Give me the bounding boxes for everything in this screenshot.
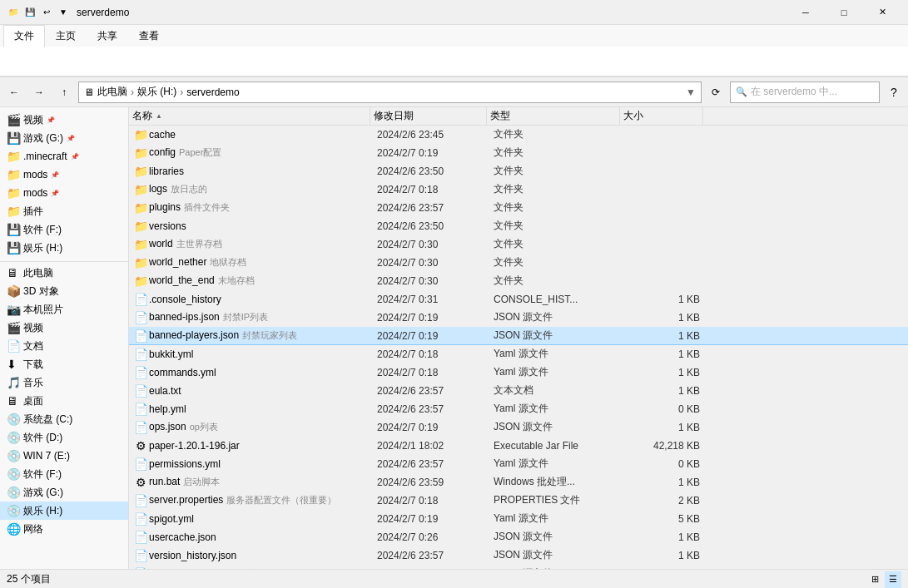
- sidebar-item-3d[interactable]: 📦 3D 对象: [0, 282, 128, 300]
- table-row[interactable]: 📄banned-players.json封禁玩家列表2024/2/7 0:19J…: [129, 327, 908, 345]
- sidebar-item-music[interactable]: 🎵 音乐: [0, 373, 128, 392]
- file-name: world主世界存档: [149, 238, 374, 250]
- minimize-button[interactable]: ─: [786, 0, 825, 25]
- table-row[interactable]: 📄commands.yml2024/2/7 0:18Yaml 源文件1 KB: [129, 363, 908, 382]
- folder-icon-mods1: 📁: [7, 168, 20, 181]
- table-row[interactable]: 📁versions2024/2/6 23:50文件夹: [129, 217, 908, 235]
- col-header-size[interactable]: 大小: [620, 107, 703, 125]
- sidebar-item-soft-d[interactable]: 💿 软件 (D:): [0, 428, 128, 447]
- breadcrumb-part-2[interactable]: serverdemo: [186, 86, 239, 98]
- help-button[interactable]: ?: [883, 82, 905, 103]
- sidebar-item-downloads[interactable]: ⬇ 下载: [0, 355, 128, 373]
- table-row[interactable]: 📁world主世界存档2024/2/7 0:30文件夹: [129, 235, 908, 254]
- file-date: 2024/2/6 23:50: [374, 220, 490, 232]
- file-icon: 📄: [132, 311, 149, 324]
- tab-file[interactable]: 文件: [3, 25, 45, 47]
- file-type: JSON 源文件: [490, 329, 623, 343]
- table-row[interactable]: 📁plugins插件文件夹2024/2/6 23:57文件夹: [129, 199, 908, 217]
- file-size: 5 KB: [623, 513, 707, 525]
- sidebar-item-sys-c[interactable]: 💿 系统盘 (C:): [0, 410, 128, 428]
- col-header-type[interactable]: 类型: [487, 107, 620, 125]
- breadcrumb-part-1[interactable]: 娱乐 (H:): [137, 85, 176, 99]
- tab-share[interactable]: 共享: [87, 25, 128, 47]
- sidebar-item-mods2[interactable]: 📁 mods 📌: [0, 184, 128, 202]
- tab-view[interactable]: 查看: [128, 25, 170, 47]
- table-row[interactable]: 📄server.properties服务器配置文件（很重要）2024/2/7 0…: [129, 492, 908, 510]
- tab-home[interactable]: 主页: [45, 25, 87, 47]
- sidebar-item-this-pc[interactable]: 🖥 此电脑: [0, 264, 128, 282]
- refresh-button[interactable]: ⟳: [705, 82, 727, 103]
- sidebar-item-ent-h-quick[interactable]: 💾 娱乐 (H:): [0, 239, 128, 257]
- view-large-icon[interactable]: ⊞: [866, 571, 883, 588]
- breadcrumb-part-0[interactable]: 此电脑: [97, 85, 127, 99]
- up-button[interactable]: ↑: [53, 82, 75, 103]
- file-date: 2024/2/6 23:57: [374, 385, 490, 397]
- file-name: paper-1.20.1-196.jar: [149, 440, 374, 452]
- sidebar-item-desktop[interactable]: 🖥 桌面: [0, 392, 128, 410]
- sidebar-item-soft-f[interactable]: 💾 软件 (F:): [0, 220, 128, 239]
- quick-access-undo[interactable]: ↩: [40, 6, 53, 19]
- search-box[interactable]: 🔍 在 serverdemo 中...: [730, 82, 880, 103]
- file-size: 1 KB: [623, 550, 707, 561]
- file-type: 文件夹: [490, 274, 623, 288]
- sidebar-item-win7-e[interactable]: 💿 WIN 7 (E:): [0, 447, 128, 465]
- file-date: 2024/2/7 0:19: [374, 422, 490, 433]
- sidebar-item-videos2[interactable]: 🎬 视频: [0, 319, 128, 337]
- table-row[interactable]: 📄usercache.json2024/2/7 0:26JSON 源文件1 KB: [129, 528, 908, 546]
- maximize-button[interactable]: □: [825, 0, 863, 25]
- sidebar-label-downloads: 下载: [23, 358, 43, 372]
- sidebar-item-plugins[interactable]: 📁 插件: [0, 202, 128, 220]
- table-row[interactable]: 📄eula.txt2024/2/6 23:57文本文档1 KB: [129, 382, 908, 400]
- file-annotation: 主世界存档: [176, 239, 222, 249]
- table-row[interactable]: 📁libraries2024/2/6 23:50文件夹: [129, 162, 908, 180]
- table-row[interactable]: 📄whitelist.json白名单列表2024/2/6 23:57JSON 源…: [129, 565, 908, 569]
- table-row[interactable]: 📄spigot.yml2024/2/7 0:19Yaml 源文件5 KB: [129, 510, 908, 528]
- breadcrumb[interactable]: 🖥 此电脑 › 娱乐 (H:) › serverdemo ▼: [78, 82, 702, 103]
- table-row[interactable]: 📁world_the_end末地存档2024/2/7 0:30文件夹: [129, 272, 908, 290]
- col-date-label: 修改日期: [374, 109, 414, 123]
- table-row[interactable]: 📄version_history.json2024/2/6 23:57JSON …: [129, 546, 908, 565]
- sidebar-item-minecraft[interactable]: 📁 .minecraft 📌: [0, 147, 128, 166]
- col-header-date[interactable]: 修改日期: [370, 107, 487, 125]
- file-size: 1 KB: [623, 385, 707, 397]
- breadcrumb-icon: 🖥: [84, 86, 94, 98]
- file-name: banned-ips.json封禁IP列表: [149, 311, 374, 324]
- table-row[interactable]: 📁cache2024/2/6 23:45文件夹: [129, 126, 908, 144]
- quick-access-save[interactable]: 💾: [23, 6, 37, 19]
- sidebar-item-videos[interactable]: 🎬 视频 📌: [0, 111, 128, 129]
- table-row[interactable]: ⚙run.bat启动脚本2024/2/6 23:59Windows 批处理...…: [129, 473, 908, 492]
- sidebar-item-docs[interactable]: 📄 文档: [0, 337, 128, 355]
- 3d-icon: 📦: [7, 284, 20, 298]
- sidebar-item-soft-f2[interactable]: 💿 软件 (F:): [0, 465, 128, 483]
- table-row[interactable]: 📁configPaper配置2024/2/7 0:19文件夹: [129, 144, 908, 162]
- sidebar-item-mods1[interactable]: 📁 mods 📌: [0, 166, 128, 184]
- table-row[interactable]: 📄ops.jsonop列表2024/2/7 0:19JSON 源文件1 KB: [129, 418, 908, 437]
- forward-button[interactable]: →: [28, 82, 50, 103]
- table-row[interactable]: 📁world_nether地狱存档2024/2/7 0:30文件夹: [129, 254, 908, 272]
- sidebar-item-games-g2[interactable]: 💿 游戏 (G:): [0, 483, 128, 502]
- sidebar-item-camera[interactable]: 📷 本机照片: [0, 300, 128, 319]
- file-type: Yaml 源文件: [490, 511, 623, 526]
- table-row[interactable]: 📄banned-ips.json封禁IP列表2024/2/7 0:19JSON …: [129, 309, 908, 327]
- breadcrumb-dropdown[interactable]: ▼: [686, 86, 696, 98]
- back-button[interactable]: ←: [3, 82, 25, 103]
- table-row[interactable]: 📄permissions.yml2024/2/6 23:57Yaml 源文件0 …: [129, 455, 908, 473]
- quick-access-menu[interactable]: ▼: [57, 6, 70, 19]
- file-icon: 📄: [132, 329, 149, 343]
- folder-icon: 📁: [132, 256, 149, 269]
- close-button[interactable]: ✕: [863, 0, 901, 25]
- table-row[interactable]: 📄bukkit.yml2024/2/7 0:18Yaml 源文件1 KB: [129, 345, 908, 363]
- sidebar-item-ent-h[interactable]: 💿 娱乐 (H:): [0, 502, 128, 520]
- table-row[interactable]: 📁logs放日志的2024/2/7 0:18文件夹: [129, 180, 908, 199]
- file-annotation: 末地存档: [218, 275, 255, 285]
- view-details-icon[interactable]: ☰: [885, 571, 901, 588]
- sidebar-item-network[interactable]: 🌐 网络: [0, 520, 128, 538]
- sidebar-item-games-g[interactable]: 💾 游戏 (G:) 📌: [0, 129, 128, 147]
- table-row[interactable]: ⚙paper-1.20.1-196.jar2024/2/1 18:02Execu…: [129, 437, 908, 455]
- col-header-name[interactable]: 名称 ▲: [129, 107, 370, 125]
- table-row[interactable]: 📄.console_history2024/2/7 0:31CONSOLE_HI…: [129, 290, 908, 309]
- file-list: 📁cache2024/2/6 23:45文件夹📁configPaper配置202…: [129, 126, 908, 569]
- folder-icon: 📁: [132, 165, 149, 178]
- table-row[interactable]: 📄help.yml2024/2/6 23:57Yaml 源文件0 KB: [129, 400, 908, 418]
- file-size: 1 KB: [623, 348, 707, 360]
